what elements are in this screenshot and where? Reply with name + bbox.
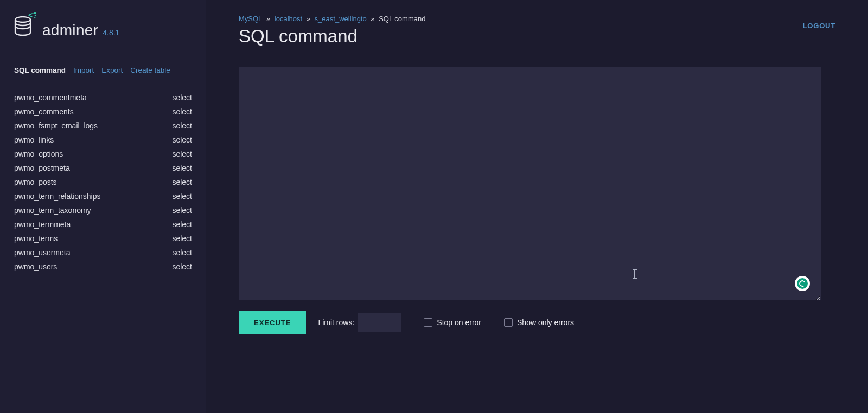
grammarly-icon[interactable] bbox=[795, 276, 810, 291]
breadcrumb-separator: » bbox=[369, 15, 376, 23]
table-select-link[interactable]: select bbox=[172, 262, 192, 271]
table-row: pwmo_termsselect bbox=[14, 231, 192, 246]
breadcrumb-item[interactable]: s_east_wellingto bbox=[315, 15, 367, 23]
table-select-link[interactable]: select bbox=[172, 178, 192, 186]
brand-version: 4.8.1 bbox=[103, 28, 119, 37]
stop-on-error-checkbox[interactable] bbox=[424, 318, 432, 327]
sidebar-action-export[interactable]: Export bbox=[101, 66, 123, 74]
table-row: pwmo_termmetaselect bbox=[14, 217, 192, 231]
sidebar: <? adminer 4.8.1 SQL commandImportExport… bbox=[0, 0, 206, 413]
table-row: pwmo_postsselect bbox=[14, 175, 192, 189]
table-link[interactable]: pwmo_termmeta bbox=[14, 220, 71, 229]
table-link[interactable]: pwmo_comments bbox=[14, 107, 74, 116]
table-select-link[interactable]: select bbox=[172, 192, 192, 201]
table-select-link[interactable]: select bbox=[172, 150, 192, 158]
logout-link[interactable]: LOGOUT bbox=[803, 22, 835, 30]
sidebar-actions: SQL commandImportExportCreate table bbox=[14, 66, 192, 74]
table-select-link[interactable]: select bbox=[172, 107, 192, 116]
table-link[interactable]: pwmo_users bbox=[14, 262, 57, 271]
show-only-errors-label[interactable]: Show only errors bbox=[517, 318, 574, 327]
table-link[interactable]: pwmo_postmeta bbox=[14, 164, 70, 172]
control-row: EXECUTE Limit rows: Stop on error Show o… bbox=[239, 311, 835, 334]
table-link[interactable]: pwmo_commentmeta bbox=[14, 93, 87, 102]
table-select-link[interactable]: select bbox=[172, 220, 192, 229]
main: MySQL » localhost » s_east_wellingto » S… bbox=[206, 0, 868, 413]
table-select-link[interactable]: select bbox=[172, 93, 192, 102]
table-link[interactable]: pwmo_posts bbox=[14, 178, 57, 186]
table-row: pwmo_usersselect bbox=[14, 260, 192, 274]
sql-input[interactable] bbox=[239, 67, 821, 300]
table-row: pwmo_linksselect bbox=[14, 133, 192, 147]
limit-rows-label: Limit rows: bbox=[318, 318, 354, 327]
table-row: pwmo_commentmetaselect bbox=[14, 91, 192, 105]
table-row: pwmo_term_relationshipsselect bbox=[14, 189, 192, 203]
breadcrumb-item[interactable]: localhost bbox=[275, 15, 302, 23]
sidebar-action-import[interactable]: Import bbox=[73, 66, 94, 74]
table-select-link[interactable]: select bbox=[172, 121, 192, 130]
brand-name: adminer bbox=[42, 22, 98, 39]
table-select-link[interactable]: select bbox=[172, 164, 192, 172]
table-select-link[interactable]: select bbox=[172, 248, 192, 257]
page-title: SQL command bbox=[239, 26, 835, 47]
table-link[interactable]: pwmo_links bbox=[14, 135, 54, 144]
table-row: pwmo_commentsselect bbox=[14, 105, 192, 119]
table-link[interactable]: pwmo_options bbox=[14, 150, 63, 158]
table-link[interactable]: pwmo_term_relationships bbox=[14, 192, 101, 201]
execute-button[interactable]: EXECUTE bbox=[239, 311, 306, 334]
table-link[interactable]: pwmo_terms bbox=[14, 234, 58, 243]
database-icon: <? bbox=[14, 12, 36, 40]
svg-text:<?: <? bbox=[28, 12, 36, 20]
limit-rows-group: Limit rows: bbox=[318, 313, 401, 332]
table-link[interactable]: pwmo_fsmpt_email_logs bbox=[14, 121, 98, 130]
stop-on-error-group: Stop on error bbox=[424, 318, 481, 327]
sidebar-table-list: pwmo_commentmetaselectpwmo_commentsselec… bbox=[14, 91, 192, 274]
limit-rows-input[interactable] bbox=[358, 313, 401, 332]
stop-on-error-label[interactable]: Stop on error bbox=[437, 318, 481, 327]
table-row: pwmo_usermetaselect bbox=[14, 246, 192, 260]
table-select-link[interactable]: select bbox=[172, 234, 192, 243]
breadcrumb: MySQL » localhost » s_east_wellingto » S… bbox=[239, 15, 835, 23]
sidebar-action-create-table[interactable]: Create table bbox=[130, 66, 170, 74]
sidebar-action-sql-command[interactable]: SQL command bbox=[14, 66, 66, 74]
table-row: pwmo_term_taxonomyselect bbox=[14, 203, 192, 217]
table-link[interactable]: pwmo_term_taxonomy bbox=[14, 206, 91, 215]
show-only-errors-group: Show only errors bbox=[504, 318, 574, 327]
table-row: pwmo_fsmpt_email_logsselect bbox=[14, 119, 192, 133]
table-select-link[interactable]: select bbox=[172, 135, 192, 144]
table-select-link[interactable]: select bbox=[172, 206, 192, 215]
brand: <? adminer 4.8.1 bbox=[14, 12, 192, 40]
show-only-errors-checkbox[interactable] bbox=[504, 318, 513, 327]
breadcrumb-separator: » bbox=[304, 15, 312, 23]
table-link[interactable]: pwmo_usermeta bbox=[14, 248, 71, 257]
table-row: pwmo_optionsselect bbox=[14, 147, 192, 161]
table-row: pwmo_postmetaselect bbox=[14, 161, 192, 175]
breadcrumb-item[interactable]: MySQL bbox=[239, 15, 262, 23]
breadcrumb-separator: » bbox=[264, 15, 272, 23]
breadcrumb-current: SQL command bbox=[379, 15, 425, 23]
